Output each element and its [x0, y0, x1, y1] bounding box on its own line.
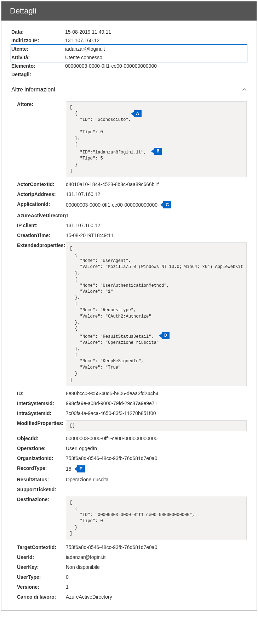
label-ticket: SupportTicketId: — [17, 487, 66, 492]
value-op: UserLoggedIn — [66, 446, 247, 451]
label-mod: ModifiedProperties: — [17, 420, 66, 426]
label-inter: InterSystemsId: — [17, 401, 66, 406]
value-actorcontext: d4010a10-1844-4528-8b8c-0aa89c666b1f — [66, 181, 247, 187]
code-mod[interactable]: [] — [66, 420, 247, 431]
row-activity: Attività: Utente connesso — [11, 53, 247, 62]
value-creation: 15-08-2019T18:49:11 — [66, 233, 247, 238]
label-id: ID: — [17, 391, 66, 396]
more-info-section: Attore: [ { "ID": "Sconosciuto", A "Tipo… — [11, 99, 247, 602]
label-org: OrganizationId: — [17, 455, 66, 461]
row-inter: InterSystemsId: 998cfa9e-a08d-9000-79fd-… — [17, 398, 247, 408]
label-op: Operazione: — [17, 446, 66, 451]
value-actorip: 131.107.160.12 — [66, 191, 247, 197]
row-elemento: Elemento: 00000003-0000-0ff1-ce00-000000… — [11, 62, 247, 70]
value-ip: 131.107.160.12 — [65, 38, 247, 43]
label-ip: Indirizzo IP: — [11, 38, 65, 43]
label-actorip: ActorIpAddress: — [17, 191, 66, 197]
panel-header: Dettagli — [1, 1, 257, 21]
label-activity: Attività: — [11, 55, 65, 60]
callout-b: B — [151, 148, 162, 155]
code-ext[interactable]: [ { "Nome": "UserAgent", "Valore": "Mozi… — [66, 242, 247, 386]
row-aad: AzureActiveDirectoryEventType: 1 — [17, 211, 247, 220]
section-toggle-more-info[interactable]: Altre informazioni — [11, 86, 247, 93]
label-actorcontext: ActorContextId: — [17, 181, 66, 187]
callout-d: D — [159, 332, 170, 339]
label-rt: RecordType: — [17, 465, 66, 471]
value-aad: 1 — [66, 213, 247, 218]
value-work: AzureActiveDirectory — [66, 594, 247, 600]
value-inter: 998cfa9e-a08d-9000-79fd-29c87a9e9e71 — [66, 401, 247, 406]
label-uid: UserId: — [17, 554, 66, 560]
row-creation: CreationTime: 15-08-2019T18:49:11 — [17, 230, 247, 240]
row-ip: Indirizzo IP: 131.107.160.12 — [11, 36, 247, 45]
label-attore: Attore: — [17, 101, 66, 107]
label-utype: UserType: — [17, 574, 66, 580]
row-obj: Objectid: 00000003-0000-0ff1-ce00-000000… — [17, 433, 247, 443]
callout-a: A — [131, 110, 142, 117]
panel-title: Dettagli — [10, 6, 36, 15]
label-ipclient: IP client: — [17, 223, 66, 228]
value-user: iadanzar@fogini.it — [65, 46, 247, 52]
row-dettagli: Dettagli: — [11, 70, 247, 79]
value-ver: 1 — [66, 584, 247, 590]
value-ukey: Non disponibile — [66, 564, 247, 570]
code-dest[interactable]: [ { "ID": "00000003-0000-0ff1-ce00-00000… — [66, 497, 247, 540]
label-dest: Destinazione: — [17, 497, 66, 502]
row-actorcontext: ActorContextId: d4010a10-1844-4528-8b8c-… — [17, 179, 247, 189]
label-ukey: UserKey: — [17, 564, 66, 570]
row-ver: Versione: 1 — [17, 582, 247, 592]
row-id: ID: 8e80bcc0-9c55-40d5-b806-deaa3fd244b4 — [17, 388, 247, 398]
value-obj: 00000003-0000-0ff1-ce00-000000000000 — [66, 436, 247, 441]
row-utype: UserType: 0 — [17, 572, 247, 582]
row-ukey: UserKey: Non disponibile — [17, 562, 247, 572]
value-intra: 7c00fa4a-9aca-4650-83f3-11270b851f00 — [66, 410, 247, 416]
row-user: Utente: iadanzar@fogini.it — [11, 45, 247, 53]
row-org: OrganizationId: 753f6a8d-8546-48cc-93fb-… — [17, 453, 247, 463]
value-ipclient: 131.107.160.12 — [66, 223, 247, 228]
label-elemento: Elemento: — [11, 63, 65, 69]
value-rs: Operazione riuscita — [66, 477, 247, 482]
row-ticket: SupportTicketId: — [17, 485, 247, 494]
row-tctx: TargetContextId: 753f6a8d-8546-48cc-93fb… — [17, 542, 247, 552]
label-rs: ResultStatus: — [17, 477, 66, 482]
value-utype: 0 — [66, 574, 247, 580]
value-org: 753f6a8d-8546-48cc-93fb-76d681d7e0a0 — [66, 455, 247, 461]
callout-c: C — [160, 201, 171, 208]
label-creation: CreationTime: — [17, 233, 66, 238]
label-dettagli: Dettagli: — [11, 72, 65, 77]
label-obj: Objectid: — [17, 436, 66, 441]
chevron-up-icon — [242, 87, 247, 92]
panel-body: Data: 15-08-2019 11:49:11 Indirizzo IP: … — [1, 21, 257, 610]
details-panel: Dettagli Data: 15-08-2019 11:49:11 Indir… — [1, 1, 257, 611]
value-uid: iadanzar@fogini.it — [66, 554, 247, 560]
label-data: Data: — [11, 29, 65, 35]
callout-e: E — [74, 465, 85, 472]
label-appid: ApplicationId: — [17, 201, 66, 207]
label-work: Carico di lavoro: — [17, 594, 66, 600]
value-activity: Utente connesso — [65, 55, 247, 60]
row-rt: RecordType: 15 E — [17, 463, 247, 475]
value-rt: 15 E — [66, 465, 247, 472]
row-work: Carico di lavoro: AzureActiveDirectory — [17, 592, 247, 602]
value-appid: 00000003-0000-0ff1-ce00-000000000000 C — [66, 201, 247, 208]
row-rs: ResultStatus: Operazione riuscita — [17, 475, 247, 485]
label-ver: Versione: — [17, 584, 66, 590]
section-title-text: Altre informazioni — [11, 86, 55, 93]
row-attore: Attore: [ { "ID": "Sconosciuto", A "Tipo… — [17, 99, 247, 179]
label-tctx: TargetContextId: — [17, 544, 66, 550]
row-intra: IntraSystemId: 7c00fa4a-9aca-4650-83f3-1… — [17, 408, 247, 418]
row-actorip: ActorIpAddress: 131.107.160.12 — [17, 189, 247, 199]
label-user: Utente: — [11, 46, 65, 52]
label-aad[interactable]: AzureActiveDirectoryEventType: — [17, 213, 66, 218]
value-tctx: 753f6a8d-8546-48cc-93fb-76d681d7e0a0 — [66, 544, 247, 550]
row-data: Data: 15-08-2019 11:49:11 — [11, 28, 247, 36]
code-attore[interactable]: [ { "ID": "Sconosciuto", A "Tipo": 0 }, … — [66, 101, 247, 177]
row-op: Operazione: UserLoggedIn — [17, 443, 247, 453]
row-ipclient: IP client: 131.107.160.12 — [17, 220, 247, 230]
value-data: 15-08-2019 11:49:11 — [65, 29, 247, 35]
label-ext: Extendedproperties: — [17, 242, 66, 248]
row-dest: Destinazione: [ { "ID": "00000003-0000-0… — [17, 494, 247, 542]
highlighted-user-activity: Utente: iadanzar@fogini.it Attività: Ute… — [11, 44, 247, 62]
value-elemento: 00000003-0000-0ff1-ce00-000000000000 — [65, 63, 247, 69]
row-ext: Extendedproperties: [ { "Nome": "UserAge… — [17, 240, 247, 388]
